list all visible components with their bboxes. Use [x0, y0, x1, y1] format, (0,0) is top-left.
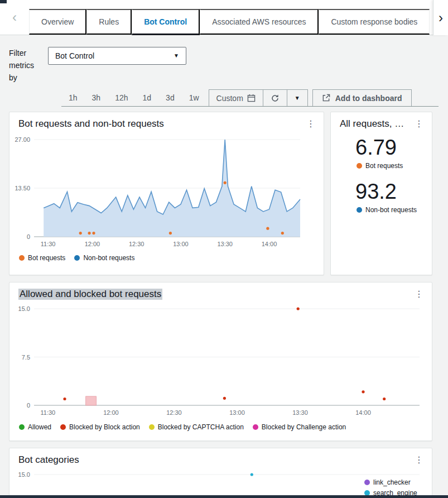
- non-bot-requests-stat-label: Non-bot requests: [357, 206, 432, 214]
- filter-metrics-select[interactable]: Bot Control ▼: [48, 47, 186, 65]
- svg-text:12:00: 12:00: [103, 409, 119, 416]
- stat-label: Bot requests: [365, 162, 403, 170]
- blocked-challenge-swatch: [253, 424, 258, 430]
- legend-label: Blocked by Challenge action: [262, 423, 346, 431]
- corner-notch: [0, 0, 7, 3]
- svg-text:13:00: 13:00: [173, 241, 189, 247]
- bot-requests-card: Bot requests and non-bot requests ⋮ 27.0…: [9, 112, 324, 275]
- range-3h-button[interactable]: 3h: [85, 89, 108, 106]
- bot-requests-value: 6.79: [355, 135, 432, 160]
- legend-label: Blocked by CAPTCHA action: [158, 423, 244, 431]
- bot-requests-stat-label: Bot requests: [357, 162, 432, 170]
- non-bot-requests-swatch: [74, 255, 80, 261]
- svg-text:15.0: 15.0: [18, 471, 30, 478]
- widget-menu-icon[interactable]: ⋮: [411, 118, 427, 130]
- card-title: Bot categories: [18, 454, 79, 466]
- tab-rules[interactable]: Rules: [86, 9, 132, 35]
- widget-menu-icon[interactable]: ⋮: [411, 289, 427, 300]
- non-bot-requests-stat: 93.2 Non-bot requests: [355, 179, 432, 214]
- add-to-dashboard-button[interactable]: Add to dashboard: [312, 89, 412, 106]
- non-bot-requests-swatch: [357, 207, 362, 213]
- filter-row: Filter metrics by Bot Control ▼: [9, 47, 439, 84]
- widget-menu-icon[interactable]: ⋮: [411, 454, 427, 466]
- legend-item-allowed[interactable]: Allowed: [19, 423, 51, 431]
- tab-custom-response-bodies[interactable]: Custom response bodies: [319, 9, 430, 35]
- svg-text:13:30: 13:30: [217, 241, 233, 247]
- chevron-down-icon: ▼: [295, 95, 300, 101]
- legend-label: Bot requests: [28, 254, 65, 262]
- svg-text:27.00: 27.00: [15, 136, 30, 143]
- card-title: All requests, …: [340, 118, 404, 130]
- legend-item-blocked-block[interactable]: Blocked by Block action: [60, 423, 140, 431]
- legend-item-non-bot-requests[interactable]: Non-bot requests: [74, 254, 134, 262]
- refresh-icon: [271, 94, 280, 103]
- time-range-toolbar: 1h 3h 12h 1d 3d 1w Custom: [61, 89, 439, 107]
- svg-text:14:00: 14:00: [355, 409, 371, 416]
- card-title: Bot requests and non-bot requests: [18, 118, 164, 130]
- svg-text:12:30: 12:30: [166, 409, 182, 416]
- legend-label: Non-bot requests: [83, 254, 134, 262]
- legend-item-blocked-captcha[interactable]: Blocked by CAPTCHA action: [149, 423, 244, 431]
- tabs-scroll-left-icon[interactable]: ‹: [0, 6, 29, 28]
- svg-text:13.50: 13.50: [15, 185, 30, 191]
- svg-text:0: 0: [27, 402, 30, 409]
- link-checker-swatch: [364, 480, 370, 485]
- stat-label: Non-bot requests: [365, 206, 417, 214]
- svg-text:14:00: 14:00: [262, 241, 277, 247]
- legend-label: Blocked by Block action: [69, 423, 140, 431]
- tab-overview[interactable]: Overview: [29, 9, 86, 35]
- selected-title-text: Allowed and blocked bot requests: [18, 289, 162, 300]
- refresh-button[interactable]: [263, 90, 287, 106]
- dashboard-content: Bot requests and non-bot requests ⋮ 27.0…: [9, 112, 432, 498]
- chevron-down-icon: ▼: [174, 53, 179, 59]
- legend-label: Allowed: [28, 423, 51, 431]
- svg-text:13:30: 13:30: [292, 409, 308, 416]
- custom-range-label: Custom: [216, 94, 243, 103]
- non-bot-requests-value: 93.2: [355, 179, 432, 204]
- tab-bot-control[interactable]: Bot Control: [132, 9, 200, 35]
- bot-requests-chart[interactable]: 27.0013.50011:3012:0012:3013:0013:3014:0…: [9, 133, 316, 251]
- refresh-options-button[interactable]: ▼: [287, 90, 307, 106]
- legend-label: link_checker: [373, 478, 411, 486]
- filter-metrics-value: Bot Control: [55, 51, 94, 60]
- tabs: Overview Rules Bot Control Associated AW…: [29, 9, 430, 35]
- range-3d-button[interactable]: 3d: [158, 89, 182, 106]
- range-1w-button[interactable]: 1w: [182, 89, 206, 106]
- widget-menu-icon[interactable]: ⋮: [302, 118, 319, 130]
- time-controls-group: Custom ▼: [209, 89, 308, 106]
- add-to-dashboard-label: Add to dashboard: [335, 94, 402, 103]
- bot-requests-swatch: [19, 255, 25, 261]
- bot-requests-swatch: [357, 163, 362, 169]
- blocked-captcha-swatch: [149, 424, 155, 430]
- tab-associated-aws-resources[interactable]: Associated AWS resources: [200, 9, 319, 35]
- legend-item-blocked-challenge[interactable]: Blocked by Challenge action: [253, 423, 346, 431]
- console-footer-bar: [0, 495, 448, 498]
- range-1d-button[interactable]: 1d: [136, 89, 159, 106]
- request-stats: 6.79 Bot requests 93.2 Non-bot requests: [331, 130, 432, 214]
- tab-bar: ‹ Overview Rules Bot Control Associated …: [0, 0, 448, 35]
- chart-legend: Bot requests Non-bot requests: [9, 251, 324, 262]
- svg-text:7.5: 7.5: [22, 354, 30, 361]
- custom-range-button[interactable]: Custom: [209, 90, 263, 106]
- svg-text:11:30: 11:30: [41, 409, 56, 416]
- allowed-blocked-chart[interactable]: 15.07.5011:3012:0012:3013:0013:3014:00: [9, 302, 433, 420]
- svg-text:11:30: 11:30: [41, 241, 56, 247]
- range-12h-button[interactable]: 12h: [108, 89, 135, 106]
- tabs-scroll-right-icon[interactable]: ›: [433, 0, 448, 35]
- bot-categories-legend: link_checker search_engine: [364, 478, 417, 497]
- svg-text:15.0: 15.0: [18, 305, 30, 312]
- svg-text:12:00: 12:00: [85, 241, 100, 247]
- chart-legend: Allowed Blocked by Block action Blocked …: [9, 420, 432, 431]
- legend-item-link-checker[interactable]: link_checker: [364, 478, 417, 486]
- export-icon: [322, 94, 330, 102]
- waf-bot-control-page: ‹ Overview Rules Bot Control Associated …: [0, 0, 448, 498]
- calendar-icon: [247, 94, 256, 102]
- allowed-blocked-card: Allowed and blocked bot requests ⋮ 15.07…: [9, 282, 432, 441]
- bot-categories-card: Bot categories ⋮ 15.0 link_checker searc…: [9, 448, 432, 498]
- svg-text:13:00: 13:00: [229, 409, 245, 416]
- legend-item-bot-requests[interactable]: Bot requests: [19, 254, 65, 262]
- all-requests-card: All requests, … ⋮ 6.79 Bot requests 93.2: [330, 112, 432, 275]
- range-1h-button[interactable]: 1h: [61, 89, 85, 106]
- bot-requests-stat: 6.79 Bot requests: [355, 135, 432, 170]
- card-title: Allowed and blocked bot requests: [18, 289, 162, 300]
